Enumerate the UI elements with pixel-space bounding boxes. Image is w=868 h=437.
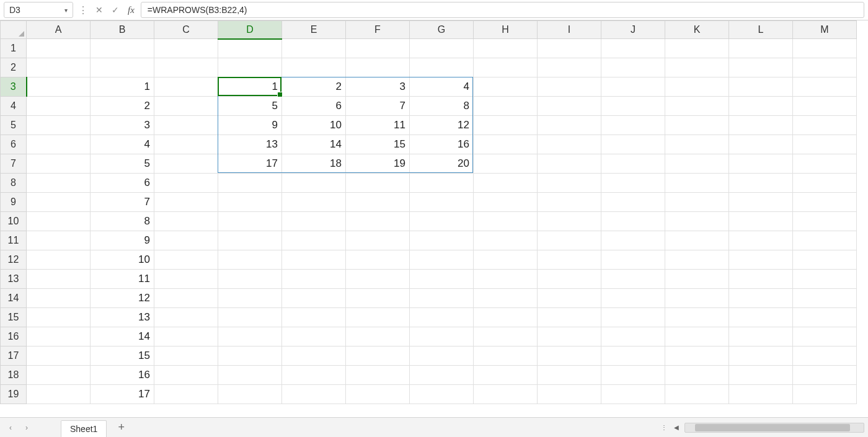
cell[interactable] <box>154 231 218 250</box>
cell[interactable] <box>154 97 218 116</box>
tab-nav-prev-icon[interactable]: ‹ <box>4 421 17 435</box>
cell[interactable]: 12 <box>410 116 474 135</box>
cell[interactable] <box>27 97 91 116</box>
cell[interactable]: 1 <box>91 77 154 97</box>
cell[interactable] <box>793 39 857 58</box>
cell[interactable] <box>665 193 729 212</box>
cell[interactable] <box>474 174 538 193</box>
cell[interactable] <box>218 39 282 58</box>
cell[interactable]: 5 <box>218 97 282 116</box>
cell[interactable] <box>218 347 282 366</box>
cell[interactable] <box>410 327 474 347</box>
cell[interactable] <box>346 385 410 404</box>
cell[interactable]: 3 <box>91 116 154 135</box>
cell[interactable] <box>601 193 665 212</box>
row-header[interactable]: 5 <box>1 116 27 135</box>
cell[interactable]: 7 <box>346 97 410 116</box>
cell[interactable] <box>154 58 218 77</box>
cell[interactable] <box>474 347 538 366</box>
cell[interactable]: 16 <box>410 135 474 154</box>
cell[interactable] <box>793 97 857 116</box>
cell[interactable] <box>601 135 665 154</box>
cell[interactable] <box>346 58 410 77</box>
cell[interactable] <box>282 58 346 77</box>
cell[interactable]: 9 <box>91 231 154 250</box>
cell[interactable] <box>282 327 346 347</box>
cell[interactable] <box>793 385 857 404</box>
cell[interactable]: 10 <box>282 116 346 135</box>
cell[interactable]: 12 <box>91 289 154 308</box>
cell[interactable] <box>729 289 793 308</box>
cell[interactable] <box>474 77 538 97</box>
cell[interactable]: 1 <box>218 77 282 97</box>
cell[interactable]: 20 <box>410 154 474 174</box>
cell[interactable] <box>27 308 91 327</box>
cell[interactable] <box>793 308 857 327</box>
row-header[interactable]: 6 <box>1 135 27 154</box>
cell[interactable] <box>154 174 218 193</box>
column-header[interactable]: H <box>474 21 538 39</box>
cell[interactable] <box>729 308 793 327</box>
cell[interactable] <box>729 154 793 174</box>
cell[interactable] <box>27 212 91 231</box>
column-header[interactable]: B <box>91 21 154 39</box>
cell[interactable] <box>601 154 665 174</box>
cell[interactable]: 15 <box>346 135 410 154</box>
cell[interactable] <box>665 250 729 270</box>
cell[interactable] <box>282 250 346 270</box>
cell[interactable] <box>474 308 538 327</box>
cell[interactable] <box>665 39 729 58</box>
cell[interactable] <box>346 270 410 289</box>
cell[interactable] <box>154 39 218 58</box>
cell[interactable] <box>27 135 91 154</box>
cell[interactable] <box>410 231 474 250</box>
column-header[interactable]: D <box>218 21 282 39</box>
cell[interactable]: 17 <box>218 154 282 174</box>
column-header[interactable]: I <box>538 21 601 39</box>
row-header[interactable]: 2 <box>1 58 27 77</box>
cell[interactable] <box>218 270 282 289</box>
cell[interactable] <box>665 135 729 154</box>
cell[interactable]: 10 <box>91 250 154 270</box>
cell[interactable] <box>665 154 729 174</box>
cell[interactable] <box>601 327 665 347</box>
cell[interactable] <box>218 289 282 308</box>
enter-icon[interactable]: ✓ <box>109 4 122 16</box>
cell[interactable] <box>793 289 857 308</box>
row-header[interactable]: 3 <box>1 77 27 97</box>
cell[interactable] <box>474 39 538 58</box>
row-header[interactable]: 13 <box>1 270 27 289</box>
row-header[interactable]: 12 <box>1 250 27 270</box>
cell[interactable] <box>601 347 665 366</box>
cell[interactable] <box>410 270 474 289</box>
cell[interactable]: 17 <box>91 385 154 404</box>
cell[interactable] <box>282 289 346 308</box>
column-header[interactable]: A <box>27 21 91 39</box>
cell[interactable] <box>474 193 538 212</box>
cell[interactable] <box>729 327 793 347</box>
cell[interactable] <box>346 250 410 270</box>
cell[interactable]: 2 <box>282 77 346 97</box>
cell[interactable] <box>729 97 793 116</box>
cell[interactable] <box>793 212 857 231</box>
cell[interactable] <box>793 58 857 77</box>
row-header[interactable]: 15 <box>1 308 27 327</box>
cell[interactable] <box>154 289 218 308</box>
cell[interactable] <box>474 135 538 154</box>
cell[interactable] <box>729 135 793 154</box>
column-header[interactable]: G <box>410 21 474 39</box>
cell[interactable] <box>538 250 601 270</box>
cell[interactable] <box>601 231 665 250</box>
cell[interactable] <box>538 212 601 231</box>
cell[interactable] <box>729 174 793 193</box>
cell[interactable] <box>91 39 154 58</box>
column-header[interactable]: M <box>793 21 857 39</box>
row-header[interactable]: 7 <box>1 154 27 174</box>
cell[interactable] <box>154 270 218 289</box>
cell[interactable] <box>793 270 857 289</box>
cell[interactable] <box>474 154 538 174</box>
cell[interactable] <box>282 270 346 289</box>
cancel-icon[interactable]: ✕ <box>93 4 105 16</box>
cell[interactable] <box>282 366 346 385</box>
cell[interactable] <box>346 366 410 385</box>
